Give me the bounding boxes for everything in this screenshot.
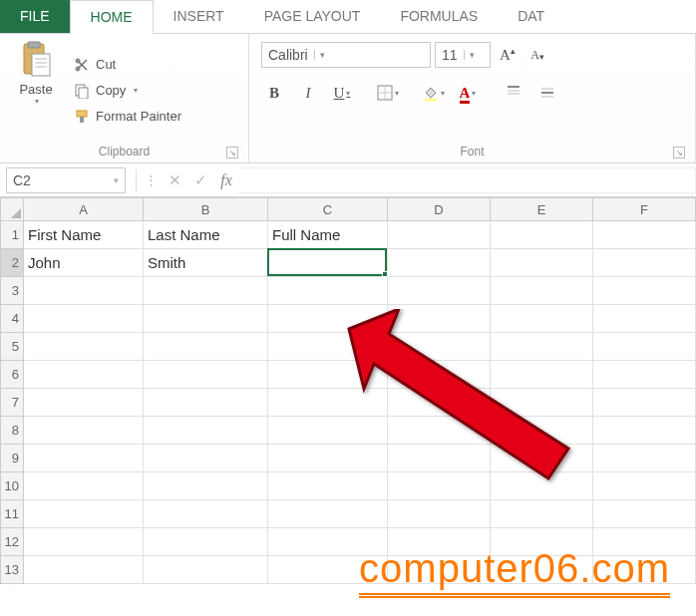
row-header-9[interactable]: 9 [0, 445, 24, 472]
cell-E11[interactable] [491, 500, 593, 528]
cell-C11[interactable] [268, 500, 388, 528]
row-header-3[interactable]: 3 [0, 277, 24, 305]
cut-button[interactable]: Cut [70, 55, 185, 75]
cell-F3[interactable] [593, 277, 696, 305]
cell-B6[interactable] [144, 361, 268, 389]
row-header-12[interactable]: 12 [0, 528, 24, 556]
cell-F10[interactable] [593, 472, 696, 500]
cell-E6[interactable] [491, 361, 593, 389]
cell-F2[interactable] [593, 249, 696, 277]
cell-B4[interactable] [144, 305, 268, 333]
align-top-button[interactable] [501, 82, 526, 104]
tab-insert[interactable]: INSERT [154, 0, 244, 33]
cell-C4[interactable] [268, 305, 388, 333]
tab-page-layout[interactable]: PAGE LAYOUT [244, 0, 381, 33]
cell-A4[interactable] [24, 305, 144, 333]
cell-D5[interactable] [388, 333, 491, 361]
row-header-11[interactable]: 11 [0, 500, 24, 528]
tab-formulas[interactable]: FORMULAS [380, 0, 498, 33]
cell-E2[interactable] [491, 249, 593, 277]
cell-C1[interactable]: Full Name [268, 221, 388, 249]
cell-D6[interactable] [388, 361, 491, 389]
shrink-font-button[interactable]: A▾ [524, 44, 550, 66]
cell-F7[interactable] [593, 389, 696, 417]
cell-B3[interactable] [144, 277, 268, 305]
cell-C3[interactable] [268, 277, 388, 305]
cell-C6[interactable] [268, 361, 388, 389]
cell-E1[interactable] [491, 221, 593, 249]
grow-font-button[interactable]: A▴ [495, 44, 521, 66]
cell-F4[interactable] [593, 305, 696, 333]
font-size-combo[interactable]: 11 ▾ [435, 42, 491, 68]
cell-D3[interactable] [388, 277, 491, 305]
align-middle-button[interactable] [534, 82, 560, 104]
cell-C9[interactable] [268, 445, 388, 472]
row-header-1[interactable]: 1 [0, 221, 24, 249]
cell-B9[interactable] [144, 445, 268, 472]
cell-D10[interactable] [388, 472, 491, 500]
tab-home[interactable]: HOME [70, 0, 154, 34]
cell-C5[interactable] [268, 333, 388, 361]
cell-A6[interactable] [24, 361, 144, 389]
select-all-corner[interactable] [0, 197, 24, 221]
cell-B2[interactable]: Smith [144, 249, 268, 277]
font-color-button[interactable]: A ▾ [455, 82, 481, 104]
cell-D8[interactable] [388, 417, 491, 445]
cell-A1[interactable]: First Name [24, 221, 144, 249]
accept-formula-button[interactable]: ✓ [187, 167, 213, 193]
cell-E4[interactable] [491, 305, 593, 333]
cell-A7[interactable] [24, 389, 144, 417]
cell-E7[interactable] [491, 389, 593, 417]
column-header-A[interactable]: A [24, 197, 144, 221]
row-header-2[interactable]: 2 [0, 249, 24, 277]
dialog-launcher-icon[interactable]: ↘ [226, 147, 238, 158]
cell-E8[interactable] [491, 417, 593, 445]
column-header-E[interactable]: E [491, 197, 593, 221]
row-header-7[interactable]: 7 [0, 389, 24, 417]
cell-E5[interactable] [491, 333, 593, 361]
cell-F11[interactable] [593, 500, 696, 528]
insert-function-button[interactable]: fx [213, 167, 239, 193]
cell-A11[interactable] [24, 500, 144, 528]
column-header-F[interactable]: F [593, 197, 696, 221]
cell-F5[interactable] [593, 333, 696, 361]
cell-D1[interactable] [388, 221, 491, 249]
cell-A13[interactable] [24, 556, 144, 584]
cell-A8[interactable] [24, 417, 144, 445]
bold-button[interactable]: B [261, 82, 287, 104]
font-name-combo[interactable]: Calibri ▾ [261, 42, 431, 68]
row-header-13[interactable]: 13 [0, 556, 24, 584]
format-painter-button[interactable]: Format Painter [70, 107, 185, 127]
cell-C10[interactable] [268, 472, 388, 500]
borders-button[interactable]: ▾ [375, 82, 401, 104]
cell-E9[interactable] [491, 445, 593, 472]
name-box[interactable]: C2 ▾ [6, 167, 126, 193]
cell-E3[interactable] [491, 277, 593, 305]
copy-button[interactable]: Copy ▾ [70, 81, 185, 101]
cell-F8[interactable] [593, 417, 696, 445]
cell-A10[interactable] [24, 472, 144, 500]
cell-D4[interactable] [388, 305, 491, 333]
column-header-B[interactable]: B [144, 197, 268, 221]
cell-B11[interactable] [144, 500, 268, 528]
underline-button[interactable]: U▾ [329, 82, 355, 104]
cell-A9[interactable] [24, 445, 144, 472]
cell-B5[interactable] [144, 333, 268, 361]
cell-A5[interactable] [24, 333, 144, 361]
cell-D2[interactable] [388, 249, 491, 277]
cell-F1[interactable] [593, 221, 696, 249]
cell-D11[interactable] [388, 500, 491, 528]
cell-A3[interactable] [24, 277, 144, 305]
cell-F6[interactable] [593, 361, 696, 389]
row-header-4[interactable]: 4 [0, 305, 24, 333]
column-header-D[interactable]: D [388, 197, 491, 221]
cancel-formula-button[interactable]: ✕ [162, 167, 187, 193]
row-header-5[interactable]: 5 [0, 333, 24, 361]
cell-C2[interactable] [268, 249, 388, 277]
cell-B13[interactable] [144, 556, 268, 584]
cell-B7[interactable] [144, 389, 268, 417]
column-header-C[interactable]: C [268, 197, 388, 221]
cell-B8[interactable] [144, 417, 268, 445]
paste-button[interactable]: Paste ▾ [8, 38, 64, 143]
formula-input[interactable] [239, 167, 696, 193]
